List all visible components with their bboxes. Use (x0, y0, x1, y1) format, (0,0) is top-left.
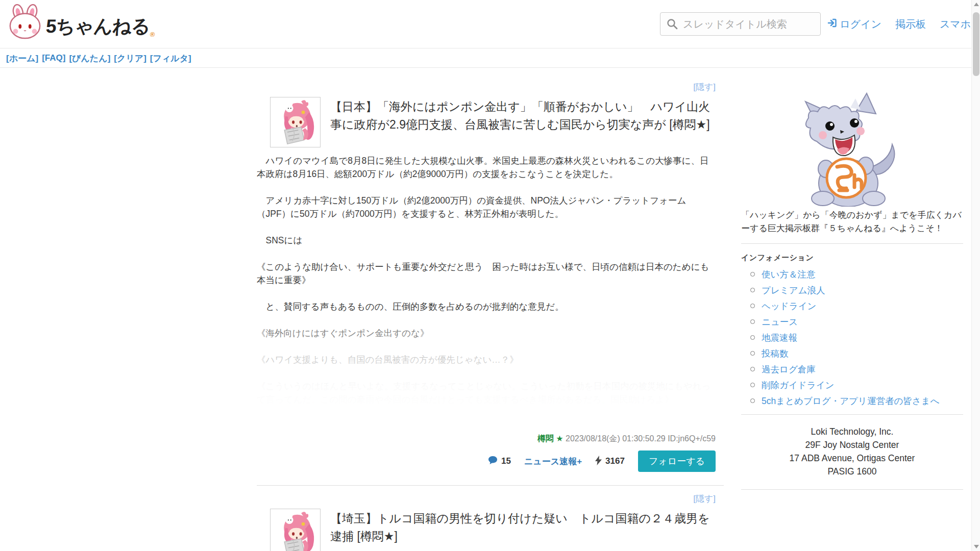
info-link-blog-operators[interactable]: 5chまとめブログ・アプリ運営者の皆さまへ (762, 396, 940, 406)
body-paragraph: アメリカ赤十字に対し150万ドル（約2億2000万円）の資金提供、NPO法人ジャ… (257, 194, 716, 220)
scroll-up-arrow[interactable] (972, 0, 980, 9)
list-item: 削除ガイドライン (762, 379, 963, 391)
body-paragraph: と、賛同する声もあるものの、圧倒的多数を占めるのが批判的な意見だ。 (257, 300, 716, 313)
nav-home-link[interactable]: [ホーム] (6, 53, 38, 64)
page-scrollbar[interactable] (971, 0, 980, 551)
registered-mark: ® (150, 31, 155, 38)
follow-button[interactable]: フォローする (638, 450, 716, 472)
list-item: 過去ログ倉庫 (762, 363, 963, 375)
info-link-news[interactable]: ニュース (762, 317, 798, 327)
nav-filter-link[interactable]: [フィルタ] (150, 53, 191, 64)
info-link-earthquake[interactable]: 地震速報 (762, 333, 797, 343)
nav-faq-link[interactable]: [FAQ] (42, 53, 65, 63)
info-link-headline[interactable]: ヘッドライン (762, 301, 816, 311)
comment-count[interactable]: 15 (488, 456, 511, 467)
scroll-down-arrow[interactable] (972, 542, 980, 551)
site-title: 5ちゃんねる® (45, 14, 156, 39)
sidebar-divider (741, 489, 963, 490)
lightning-icon (595, 456, 602, 467)
post-author: 樽悶 (537, 434, 554, 443)
author-star-icon: ★ (556, 434, 563, 443)
thread-title: 【日本】「海外にはポンポン金出す」「順番がおかしい」 ハワイ山火事に政府が2.9… (330, 97, 716, 147)
header-links: ログイン 掲示板 スマホ版 (827, 0, 980, 48)
thread-thumbnail (270, 509, 321, 551)
body-paragraph: 《こういうのはほんと早いよな。支援するなってことじゃない。こういった初動を日本国… (257, 380, 716, 406)
list-item: ヘッドライン (762, 300, 963, 312)
list-item: 地震速報 (762, 332, 963, 344)
body-paragraph: 《海外向けにはすぐポンポン金出すのな》 (257, 327, 716, 340)
thread-post: [隠す] (257, 493, 724, 551)
info-link-usage[interactable]: 使い方＆注意 (762, 269, 815, 280)
sidebar: 「ハッキング」から「今晩のおかず」までを手広くカバーする巨大掲示板群『５ちゃんね… (741, 68, 963, 490)
thread-thumbnail (270, 97, 321, 147)
welcome-text: 「ハッキング」から「今晩のおかず」までを手広くカバーする巨大掲示板群『５ちゃんね… (741, 209, 963, 235)
site-header: 5ちゃんねる® ログイン 掲示板 スマホ版 (0, 0, 971, 48)
info-link-archive[interactable]: 過去ログ倉庫 (762, 364, 816, 374)
post-user-id: ID:jn6Q+/c59 (668, 434, 716, 443)
hide-thread-link[interactable]: [隠す] (693, 82, 716, 92)
comment-bubble-icon (488, 456, 498, 467)
post-divider (257, 485, 724, 486)
thread-post: [隠す] (257, 81, 724, 486)
thread-search (660, 12, 821, 36)
thread-title: 【埼玉】トルコ国籍の男性を切り付けた疑い トルコ国籍の２４歳男を逮捕 [樽悶★] (330, 509, 716, 551)
site-logo[interactable]: 5ちゃんねる® (7, 4, 155, 42)
body-paragraph: 《このような助け合い、サポートも重要な外交だと思う 困った時はお互い様で、日頃の… (257, 260, 716, 287)
search-icon (667, 18, 678, 32)
list-item: 使い方＆注意 (762, 268, 963, 281)
information-heading: インフォメーション (741, 244, 963, 265)
search-input[interactable] (660, 12, 821, 36)
info-link-premium[interactable]: プレミアム浪人 (762, 285, 825, 295)
list-item: プレミアム浪人 (762, 284, 963, 296)
scrollbar-thumb[interactable] (973, 12, 979, 76)
post-meta: 樽悶 ★ 2023/08/18(金) 01:30:50.29 ID:jn6Q+/… (257, 434, 724, 444)
board-link[interactable]: ニュース速報+ (524, 456, 582, 467)
mascot-cat-image (741, 90, 963, 207)
body-paragraph: ハワイのマウイ島で8月8日に発生した大規模な山火事。米国史上最悪の森林火災といわ… (257, 154, 716, 181)
body-paragraph: SNSには (257, 234, 716, 247)
company-address: Loki Technology, Inc. 29F Joy Nostalg Ce… (741, 415, 963, 489)
quick-navbar: [ホーム] [FAQ] [びんたん] [クリア] [フィルタ] (0, 49, 971, 68)
thread-body: ハワイのマウイ島で8月8日に発生した大規模な山火事。米国史上最悪の森林火災といわ… (257, 154, 724, 413)
info-link-post-count[interactable]: 投稿数 (762, 348, 789, 359)
list-item: 5chまとめブログ・アプリ運営者の皆さまへ (762, 395, 963, 407)
list-item: 投稿数 (762, 347, 963, 360)
post-actions: 15 ニュース速報+ 3167 フォローする (257, 450, 724, 472)
hide-thread-link[interactable]: [隠す] (693, 494, 716, 504)
momentum-count: 3167 (595, 456, 625, 467)
info-link-deletion-guideline[interactable]: 削除ガイドライン (762, 380, 834, 390)
boards-link[interactable]: 掲示板 (895, 17, 926, 31)
information-list: 使い方＆注意 プレミアム浪人 ヘッドライン ニュース 地震速報 投稿数 過去ログ… (741, 268, 963, 407)
rabbit-logo-icon (7, 4, 43, 42)
login-link[interactable]: ログイン (827, 17, 881, 31)
nav-bintan-link[interactable]: [びんたん] (69, 53, 110, 64)
login-icon (827, 18, 837, 31)
body-paragraph: 《ハワイ支援よりも、自国の台風被害の方が優先じゃない…？》 (257, 353, 716, 366)
post-timestamp: 2023/08/18(金) 01:30:50.29 (566, 434, 666, 443)
nav-clear-link[interactable]: [クリア] (114, 53, 146, 64)
thread-feed: [隠す] (257, 68, 724, 551)
list-item: ニュース (762, 316, 963, 328)
